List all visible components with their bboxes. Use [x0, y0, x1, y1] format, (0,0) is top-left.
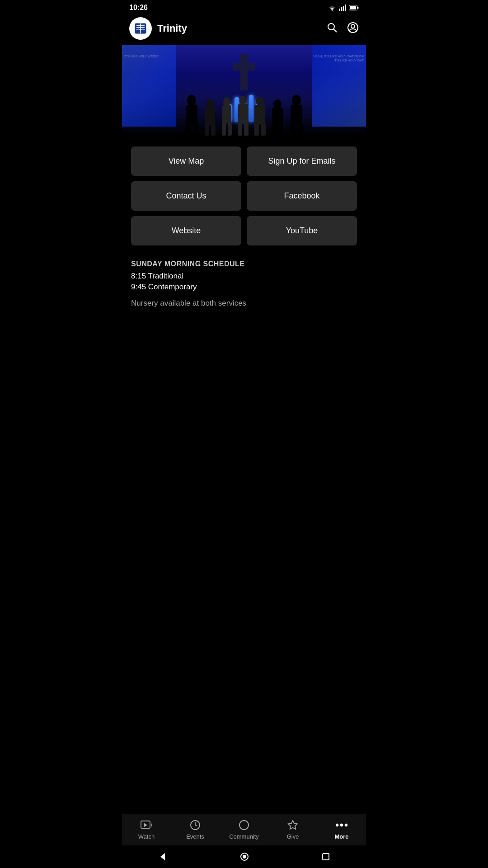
svg-rect-28	[238, 121, 242, 136]
svg-rect-33	[261, 123, 266, 136]
svg-point-18	[206, 99, 214, 108]
svg-rect-39	[291, 105, 302, 125]
svg-rect-2	[341, 7, 343, 11]
svg-rect-36	[272, 124, 277, 136]
svg-point-26	[239, 96, 247, 105]
svg-rect-37	[278, 124, 283, 136]
profile-button[interactable]	[347, 22, 359, 35]
action-buttons-grid: View Map Sign Up for Emails Contact Us F…	[122, 136, 366, 249]
wifi-icon	[328, 5, 336, 11]
svg-line-11	[334, 29, 337, 33]
svg-rect-24	[222, 121, 226, 136]
svg-point-10	[328, 24, 334, 30]
svg-point-34	[273, 99, 282, 108]
svg-rect-19	[205, 108, 215, 126]
app-logo	[129, 17, 152, 40]
svg-rect-32	[254, 123, 259, 136]
header-left: Trinity	[129, 17, 187, 40]
screen-text-right: YEAH, IT'S LIKE HOLY WATER ON IT'S LIKE …	[312, 54, 364, 62]
schedule-item-2: 9:45 Contemporary	[131, 283, 357, 292]
facebook-button[interactable]: Facebook	[247, 181, 357, 211]
svg-rect-27	[238, 104, 248, 122]
svg-rect-1	[339, 9, 340, 11]
schedule-section: SUNDAY MORNING SCHEDULE 8:15 Traditional…	[122, 249, 366, 315]
svg-rect-4	[345, 5, 347, 11]
svg-rect-20	[205, 124, 209, 136]
battery-icon	[349, 5, 359, 10]
svg-point-38	[292, 95, 301, 106]
svg-point-14	[187, 95, 196, 106]
svg-rect-40	[290, 124, 296, 136]
content-area: View Map Sign Up for Emails Contact Us F…	[122, 136, 366, 378]
svg-point-30	[256, 97, 264, 106]
view-map-button[interactable]: View Map	[131, 146, 241, 176]
svg-rect-25	[228, 121, 232, 136]
schedule-item-1: 8:15 Traditional	[131, 272, 357, 281]
svg-rect-15	[186, 105, 197, 125]
header-right	[326, 22, 359, 35]
svg-rect-23	[222, 105, 231, 123]
sign-up-emails-button[interactable]: Sign Up for Emails	[247, 146, 357, 176]
status-bar: 10:26	[122, 0, 366, 14]
screen-text-left: IT'S LIKE HOLY WATER	[124, 54, 159, 58]
svg-rect-16	[185, 124, 191, 136]
app-header: Trinity	[122, 14, 366, 45]
book-icon	[134, 22, 147, 35]
hero-image: IT'S LIKE HOLY WATER YEAH, IT'S LIKE HOL…	[122, 45, 366, 136]
svg-rect-6	[350, 6, 356, 9]
svg-point-22	[223, 97, 230, 106]
cross-decoration	[240, 54, 248, 90]
svg-rect-7	[357, 7, 359, 9]
nursery-note: Nursery available at both services	[131, 299, 357, 308]
app-title: Trinity	[157, 23, 187, 34]
status-time: 10:26	[129, 4, 148, 12]
svg-point-13	[351, 24, 355, 28]
svg-rect-29	[244, 121, 249, 136]
svg-rect-41	[297, 124, 303, 136]
svg-rect-17	[193, 124, 198, 136]
website-button[interactable]: Website	[131, 216, 241, 245]
svg-rect-35	[272, 108, 283, 126]
status-icons	[328, 5, 359, 11]
search-button[interactable]	[326, 22, 338, 35]
svg-rect-3	[343, 6, 344, 11]
svg-rect-31	[254, 105, 265, 124]
schedule-title: SUNDAY MORNING SCHEDULE	[131, 260, 357, 268]
contact-us-button[interactable]: Contact Us	[131, 181, 241, 211]
youtube-button[interactable]: YouTube	[247, 216, 357, 245]
svg-rect-21	[211, 124, 216, 136]
signal-icon	[339, 5, 346, 11]
